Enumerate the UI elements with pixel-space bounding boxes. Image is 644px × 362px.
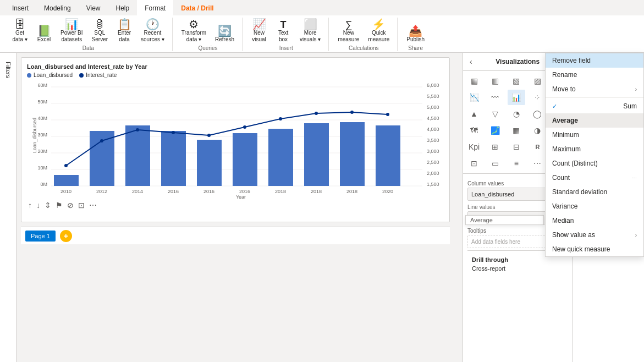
context-menu-move-to[interactable]: Move to › [546,82,643,96]
count-more[interactable]: ⋯ [631,175,637,181]
svg-text:5,500: 5,500 [427,94,439,99]
context-menu-median[interactable]: Median [546,213,643,228]
context-menu-new-quick-measure[interactable]: New quick measure [546,242,643,256]
viz-card[interactable]: ▭ [486,156,504,171]
context-menu-minimum[interactable]: Minimum [546,128,643,142]
tab-modeling[interactable]: Modeling [36,0,79,15]
canvas-area: Loan_disbursed and Interest_rate by Year… [16,53,463,362]
viz-donut-chart[interactable]: ◯ [529,106,546,122]
legend-dot-interest [79,73,84,78]
viz-column-chart[interactable]: ▥ [486,73,504,89]
transform-label: Transformdata ▾ [181,30,206,43]
context-menu-count-distinct[interactable]: Count (Distinct) [546,156,643,171]
viz-map[interactable]: 🗺 [465,123,483,138]
chart-container[interactable]: Loan_disbursed and Interest_rate by Year… [21,57,450,222]
viz-bar-chart[interactable]: ▦ [465,73,483,89]
text-box-button[interactable]: T Textbox [272,19,294,44]
sort-asc-button[interactable]: ↑ [27,200,33,211]
power-bi-button[interactable]: 📊 Power BIdatasets [57,18,86,44]
tab-data-drill[interactable]: Data / Drill [173,0,221,15]
viz-area-chart[interactable]: 〰 [486,90,504,105]
excel-button[interactable]: 📗 Excel [33,24,55,44]
context-menu-variance[interactable]: Variance [546,199,643,213]
recent-sources-button[interactable]: 🕐 Recentsources ▾ [137,18,168,44]
viz-gauge[interactable]: ◑ [529,123,546,138]
viz-multirow-card[interactable]: ⊡ [465,156,483,171]
legend-label-interest: Interest_rate [86,72,117,78]
viz-combo-chart[interactable]: 📊 [508,90,525,105]
filters-label: Filters [5,62,12,78]
context-menu-average[interactable]: Average [546,113,643,128]
viz-pie-chart[interactable]: ◔ [508,106,525,122]
excel-label: Excel [37,36,51,43]
tab-insert[interactable]: Insert [4,0,36,15]
svg-text:0M: 0M [40,182,47,187]
viz-kpi[interactable]: Kpi [465,139,483,155]
svg-text:20M: 20M [37,149,47,154]
textbox-label: Textbox [278,30,288,43]
viz-stacked-bar[interactable]: ▧ [508,73,525,89]
refresh-button[interactable]: 🔄 Refresh [212,24,238,44]
more-button[interactable]: ⋯ [88,200,98,211]
sort-desc-button[interactable]: ↓ [35,200,41,211]
viz-funnel[interactable]: ▽ [486,106,504,122]
add-page-button[interactable]: + [60,230,72,242]
main-layout: Filters Loan_disbursed and Interest_rate… [0,53,644,362]
viz-r-visual[interactable]: R [529,139,546,155]
rename-label: Rename [552,71,577,79]
ribbon-group-share: 📤 Publish Share [399,24,432,51]
ribbon-group-calc-items: ∑ Newmeasure ⚡ Quickmeasure [334,18,393,44]
svg-text:5,000: 5,000 [427,105,439,110]
chart-title: Loan_disbursed and Interest_rate by Year [27,63,444,70]
viz-scatter-chart[interactable]: ⁘ [529,90,546,105]
viz-stacked-100[interactable]: ▨ [529,73,546,89]
viz-matrix[interactable]: ⊟ [508,139,525,155]
svg-text:2,000: 2,000 [427,171,439,176]
svg-rect-32 [304,123,329,186]
svg-text:10M: 10M [37,165,47,171]
chart-svg: 60M 50M 40M 30M 20M 10M 0M 6,000 5,500 5… [27,80,444,196]
legend-item-loan: Loan_disbursed [27,72,73,78]
sort-both-button[interactable]: ⇕ [43,200,52,211]
tab-format[interactable]: Format [137,0,173,15]
context-menu-sum[interactable]: ✓ Sum [546,99,643,113]
sql-server-button[interactable]: 🛢 SQLServer [89,18,111,44]
svg-text:2018: 2018 [346,189,357,194]
new-measure-button[interactable]: ∑ Newmeasure [334,19,362,44]
context-menu-rename[interactable]: Rename [546,68,643,82]
more-visuals-button[interactable]: ⬜ Morevisuals ▾ [296,18,324,44]
page-tab[interactable]: Page 1 [25,231,56,242]
svg-text:4,000: 4,000 [427,127,439,132]
quick-measure-button[interactable]: ⚡ Quickmeasure [365,18,393,44]
svg-point-36 [100,139,103,142]
context-menu-std-dev[interactable]: Standard deviation [546,185,643,199]
context-menu-show-value-as[interactable]: Show value as › [546,228,643,242]
svg-rect-26 [90,131,114,186]
context-menu-maximum[interactable]: Maximum [546,142,643,156]
more-visuals-icon: ⬜ [304,19,317,30]
publish-button[interactable]: 📤 Publish [403,24,428,44]
powerbi-icon: 📊 [65,19,79,30]
viz-treemap[interactable]: ▦ [508,123,525,138]
tab-help[interactable]: Help [108,0,137,15]
context-menu-count[interactable]: Count ⋯ [546,171,643,185]
refresh-label: Refresh [215,36,234,43]
viz-nav-left-button[interactable]: ‹ [467,56,475,67]
focus-button[interactable]: ⊘ [66,200,75,211]
get-data-button[interactable]: 🗄 Getdata ▾ [9,18,31,44]
filter-button[interactable]: ⚑ [54,200,64,211]
enter-data-button[interactable]: 📋 Enterdata [113,18,135,44]
viz-waterfall[interactable]: ▲ [465,106,483,122]
viz-filled-map[interactable]: 🗾 [486,123,504,138]
chart-toolbar: ↑ ↓ ⇕ ⚑ ⊘ ⊡ ⋯ [27,198,444,213]
viz-slicer[interactable]: ≡ [508,156,525,171]
new-visual-button[interactable]: 📈 Newvisual [248,18,270,44]
tab-view[interactable]: View [79,0,108,15]
context-menu-remove-field[interactable]: Remove field [546,53,643,68]
variance-label: Variance [552,202,577,210]
viz-line-chart[interactable]: 📉 [465,90,483,105]
expand-button[interactable]: ⊡ [77,200,86,211]
viz-table[interactable]: ⊞ [486,139,504,155]
transform-button[interactable]: ⚙ Transformdata ▾ [178,18,210,44]
viz-more-5[interactable]: ⋯ [529,156,546,171]
